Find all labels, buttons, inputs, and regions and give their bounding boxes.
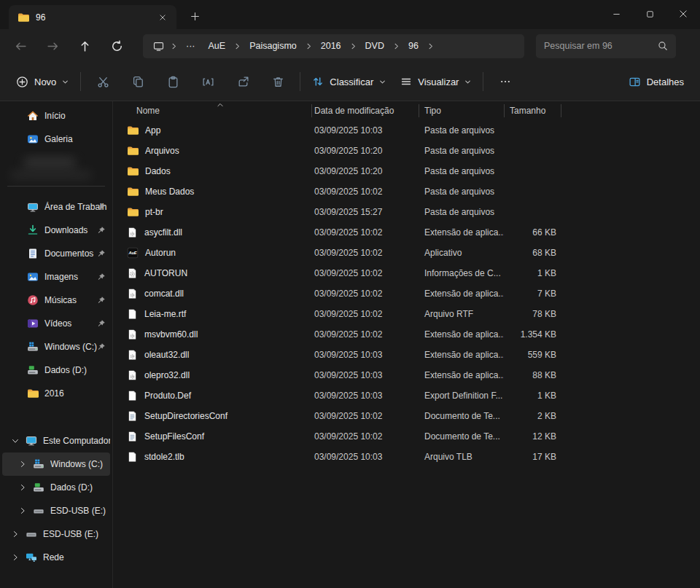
breadcrumb-item-96[interactable]: 96 (402, 38, 425, 54)
chevron-right-icon[interactable] (18, 460, 27, 468)
sort-button[interactable]: Classificar (305, 68, 393, 95)
breadcrumb-overflow[interactable]: ··· (179, 38, 202, 54)
file-row-comcat-dll[interactable]: comcat.dll03/09/2025 10:02Extensão de ap… (113, 283, 700, 304)
chevron-right-icon[interactable] (18, 507, 27, 514)
up-button[interactable] (69, 33, 101, 59)
breadcrumb-chevron-icon[interactable] (168, 43, 179, 50)
column-divider[interactable] (504, 104, 505, 117)
sidebar-item-2016[interactable]: 2016 (2, 382, 110, 405)
folder-icon (18, 12, 29, 23)
this-pc-icon (149, 41, 168, 52)
rename-button[interactable] (190, 68, 225, 95)
column-divider[interactable] (561, 104, 561, 117)
file-row-pt-br[interactable]: pt-br03/09/2025 15:27Pasta de arquivos (113, 202, 700, 222)
file-icon (127, 308, 138, 320)
pictures-icon (27, 271, 39, 283)
breadcrumb-chevron-icon[interactable] (303, 43, 314, 50)
file-name: olepro32.dll (113, 369, 311, 381)
chevron-down-icon[interactable] (11, 437, 20, 444)
sidebar-item-dados-d[interactable]: Dados (D:) (2, 476, 110, 499)
more-options-button[interactable] (488, 68, 523, 95)
minimize-button[interactable] (599, 0, 633, 28)
redacted-sidebar-item (4, 151, 108, 186)
tab-96[interactable]: 96 (9, 5, 176, 29)
sidebar-item-musicas[interactable]: Músicas (2, 289, 110, 312)
sidebar-item-documentos[interactable]: Documentos (2, 242, 110, 265)
file-row-app[interactable]: App03/09/2025 10:03Pasta de arquivos (113, 120, 700, 141)
file-size: 17 KB (504, 452, 561, 462)
cut-button[interactable] (85, 68, 120, 95)
chevron-right-icon[interactable] (18, 484, 27, 491)
new-tab-button[interactable] (184, 5, 206, 27)
chevron-right-icon[interactable] (11, 554, 20, 561)
refresh-button[interactable] (101, 33, 133, 59)
breadcrumb-chevron-icon[interactable] (348, 43, 359, 50)
breadcrumb-chevron-icon[interactable] (425, 43, 436, 50)
file-type: Documento de Te... (419, 431, 504, 442)
maximize-button[interactable] (633, 0, 666, 28)
file-row-olepro32-dll[interactable]: olepro32.dll03/09/2025 10:03Extensão de … (113, 365, 700, 385)
sidebar-item-windows-c[interactable]: Windows (C:) (2, 335, 110, 358)
file-name: Leia-me.rtf (113, 308, 311, 320)
file-row-meus-dados[interactable]: Meus Dados03/09/2025 10:02Pasta de arqui… (113, 181, 700, 202)
sidebar-item-imagens[interactable]: Imagens (2, 265, 110, 289)
copy-button[interactable] (120, 68, 155, 95)
column-header-row: NomeData de modificaçãoTipoTamanho (113, 101, 700, 120)
chevron-right-icon[interactable] (11, 530, 20, 538)
breadcrumb-chevron-icon[interactable] (391, 43, 402, 50)
file-row-arquivos[interactable]: Arquivos03/09/2025 10:20Pasta de arquivo… (113, 141, 700, 161)
sidebar-item-inicio[interactable]: Início (2, 104, 110, 128)
column-divider[interactable] (311, 104, 312, 117)
tab-close-button[interactable] (155, 9, 171, 26)
column-header-data-de-modificacao[interactable]: Data de modificação (311, 106, 419, 116)
view-button[interactable]: Visualizar (393, 68, 478, 95)
sidebar-item-videos[interactable]: Vídeos (2, 312, 110, 335)
sidebar-item-este-computador[interactable]: Este Computador (2, 429, 110, 452)
file-row-autorun[interactable]: AUTORUN03/09/2025 10:02Informações de C.… (113, 263, 700, 283)
sidebar-item-downloads[interactable]: Downloads (2, 219, 110, 242)
sidebar-item-rede[interactable]: Rede (2, 546, 110, 569)
sidebar-item-area-de-trabalh[interactable]: Área de Trabalh (2, 195, 110, 219)
sidebar-item-esd-usb-e[interactable]: ESD-USB (E:) (2, 522, 110, 546)
file-row-oleaut32-dll[interactable]: oleaut32.dll03/09/2025 10:03Extensão de … (113, 345, 700, 365)
file-type: Arquivo TLB (419, 452, 504, 462)
breadcrumb-item-aue[interactable]: AuE (202, 38, 233, 54)
file-row-msvbvm60-dll[interactable]: msvbvm60.dll03/09/2025 10:02Extensão de … (113, 324, 700, 345)
breadcrumb-item-dvd[interactable]: DVD (359, 38, 391, 54)
search-input[interactable]: Pesquisar em 96 (536, 34, 676, 58)
details-pane-button[interactable]: Detalhes (621, 68, 691, 95)
sidebar-item-label: ESD-USB (E:) (43, 529, 110, 539)
column-header-nome[interactable]: Nome (113, 106, 311, 116)
breadcrumb[interactable]: ···AuEPaisagismo2016DVD96 (143, 34, 524, 58)
file-row-setupfilesconf[interactable]: SetupFilesConf03/09/2025 10:02Documento … (113, 426, 700, 447)
paste-button[interactable] (155, 68, 190, 95)
sidebar-separator (7, 186, 105, 187)
breadcrumb-chevron-icon[interactable] (232, 43, 243, 50)
column-divider[interactable] (419, 104, 419, 117)
file-row-autorun[interactable]: AuEAutorun03/09/2025 10:02Aplicativo68 K… (113, 243, 700, 263)
back-button[interactable] (4, 33, 36, 59)
sidebar-item-galeria[interactable]: Galeria (2, 128, 110, 151)
file-row-leia-me-rtf[interactable]: Leia-me.rtf03/09/2025 10:02Arquivo RTF78… (113, 304, 700, 324)
sidebar-item-dados-d[interactable]: Dados (D:) (2, 358, 110, 382)
file-row-stdole2-tlb[interactable]: stdole2.tlb03/09/2025 10:03Arquivo TLB17… (113, 447, 700, 467)
sidebar-item-esd-usb-e[interactable]: ESD-USB (E:) (2, 499, 110, 522)
share-button[interactable] (225, 68, 260, 95)
forward-button[interactable] (36, 33, 69, 59)
delete-button[interactable] (260, 68, 295, 95)
chevron-down-icon (464, 79, 471, 85)
file-row-asycfilt-dll[interactable]: asycfilt.dll03/09/2025 10:02Extensão de … (113, 222, 700, 243)
file-row-dados[interactable]: Dados03/09/2025 10:20Pasta de arquivos (113, 161, 700, 181)
breadcrumb-item-paisagismo[interactable]: Paisagismo (243, 38, 303, 54)
sidebar-item-windows-c[interactable]: Windows (C:) (2, 452, 110, 476)
column-header-tamanho[interactable]: Tamanho (504, 106, 561, 116)
chevron-down-icon (379, 79, 386, 85)
sort-ascending-icon (217, 101, 224, 109)
file-row-produto-def[interactable]: Produto.Def03/09/2025 10:03Export Defini… (113, 385, 700, 406)
new-button[interactable]: Novo (9, 68, 76, 95)
file-row-setupdirectoriesconf[interactable]: SetupDirectoriesConf03/09/2025 10:02Docu… (113, 406, 700, 426)
breadcrumb-item-2016[interactable]: 2016 (314, 38, 348, 54)
file-date: 03/09/2025 10:02 (311, 329, 419, 340)
column-header-tipo[interactable]: Tipo (419, 106, 504, 116)
close-button[interactable] (666, 0, 700, 28)
